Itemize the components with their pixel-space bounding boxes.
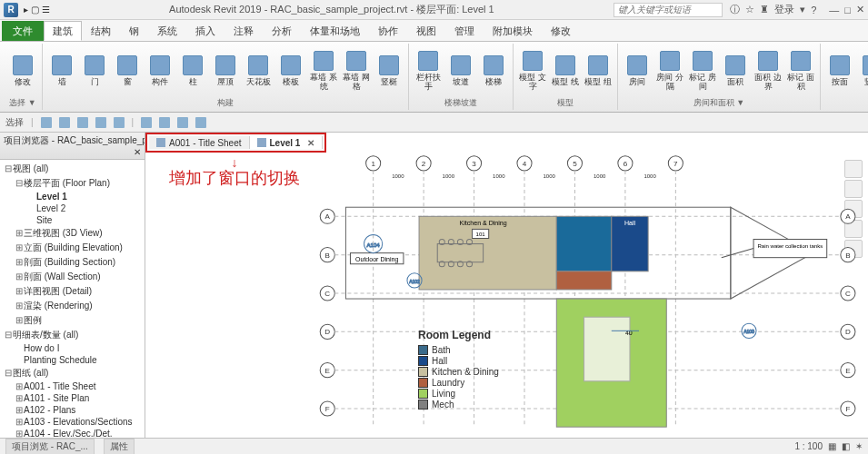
- ribbon-button[interactable]: 修改: [7, 54, 38, 88]
- ribbon-button[interactable]: 按面: [824, 54, 855, 88]
- tree-node[interactable]: ⊞渲染 (Rendering): [2, 299, 143, 313]
- tree-node[interactable]: How do I: [2, 342, 143, 354]
- tree-node[interactable]: ⊟视图 (all): [2, 162, 143, 176]
- ribbon-button[interactable]: 面积: [720, 54, 751, 88]
- drawing-canvas[interactable]: A001 - Title SheetLevel 1✕ ↓ 增加了窗口的切换 11…: [145, 133, 868, 438]
- ribbon-button[interactable]: 房间 分隔: [654, 49, 685, 93]
- ribbon-button[interactable]: 构件: [145, 54, 175, 88]
- tree-node[interactable]: Level 1: [2, 191, 143, 202]
- tool-icon: [418, 51, 438, 71]
- svg-text:E: E: [845, 367, 851, 375]
- login-button[interactable]: 登录: [774, 3, 794, 16]
- svg-text:D: D: [324, 328, 330, 336]
- ribbon-button[interactable]: 墙: [46, 54, 77, 88]
- tree-node[interactable]: Planting Schedule: [2, 354, 143, 366]
- tree-node[interactable]: ⊞立面 (Building Elevation): [2, 241, 143, 255]
- svg-text:1000: 1000: [443, 173, 455, 179]
- ribbon-tab[interactable]: 管理: [445, 21, 484, 41]
- ribbon-button[interactable]: 楼梯: [478, 54, 509, 88]
- svg-text:7: 7: [673, 160, 678, 168]
- view-control-icon[interactable]: ✶: [855, 441, 863, 451]
- ribbon-button[interactable]: 坡道: [445, 54, 476, 88]
- tree-node[interactable]: ⊞三维视图 (3D View): [2, 226, 143, 241]
- file-tab[interactable]: 文件: [2, 21, 44, 41]
- svg-text:A104: A104: [367, 242, 381, 248]
- tool-icon: [484, 55, 504, 75]
- browser-close-icon[interactable]: ✕: [134, 147, 141, 157]
- ribbon-button[interactable]: 楼板: [275, 54, 306, 88]
- svg-text:B: B: [845, 252, 850, 260]
- ribbon-tab[interactable]: 建筑: [44, 21, 82, 41]
- ribbon-button[interactable]: 竖井: [857, 54, 868, 88]
- ribbon-button[interactable]: 屋顶: [210, 54, 241, 88]
- ribbon-tab[interactable]: 体量和场地: [301, 21, 369, 41]
- tool-icon: [555, 55, 575, 75]
- info-icon[interactable]: ⓘ: [730, 3, 740, 16]
- tree-node[interactable]: ⊞A102 - Plans: [2, 404, 143, 416]
- tree-node[interactable]: ⊞剖面 (Building Section): [2, 255, 143, 270]
- ribbon-button[interactable]: 幕墙 系统: [308, 49, 339, 93]
- ribbon-button[interactable]: 模型 线: [550, 54, 581, 88]
- document-tab[interactable]: Level 1✕: [250, 136, 324, 149]
- ribbon-group: 修改选择 ▼: [4, 44, 43, 110]
- ribbon-button[interactable]: 窗: [112, 54, 143, 88]
- tree-node[interactable]: ⊞详图视图 (Detail): [2, 284, 143, 299]
- svg-text:1000: 1000: [493, 173, 505, 179]
- tree-node[interactable]: ⊞A103 - Elevations/Sections: [2, 416, 143, 428]
- tree-node[interactable]: ⊞剖面 (Wall Section): [2, 270, 143, 284]
- tree-node[interactable]: ⊞A104 - Elev./Sec./Det.: [2, 428, 143, 438]
- ribbon-tab[interactable]: 视图: [407, 21, 445, 41]
- tool-icon: [314, 51, 334, 71]
- zoom-level[interactable]: 1 : 100: [794, 441, 823, 451]
- ribbon-group: 房间房间 分隔标记 房间面积面积 边界标记 面积房间和面积 ▼: [618, 44, 821, 110]
- ribbon-button[interactable]: 面积 边界: [753, 49, 783, 93]
- ribbon-button[interactable]: 幕墙 网格: [341, 49, 372, 93]
- ribbon-button[interactable]: 模型 文字: [517, 49, 548, 93]
- search-input[interactable]: [614, 3, 723, 17]
- document-tab[interactable]: A001 - Title Sheet: [149, 136, 250, 149]
- ribbon-button[interactable]: 天花板: [243, 54, 274, 88]
- ribbon-button[interactable]: 标记 面积: [785, 49, 816, 93]
- maximize-button[interactable]: □: [844, 5, 851, 15]
- tree-node[interactable]: Site: [2, 214, 143, 226]
- close-button[interactable]: ✕: [856, 4, 864, 15]
- callout-annotation: ↓ 增加了窗口的切换: [169, 160, 300, 189]
- ribbon-button[interactable]: 竖梃: [374, 54, 404, 88]
- ribbon-tab[interactable]: 分析: [263, 21, 301, 41]
- status-tab-browser[interactable]: 项目浏览 - RAC_...: [5, 439, 95, 455]
- ribbon-tab[interactable]: 系统: [148, 21, 186, 41]
- tree-node[interactable]: ⊞A101 - Site Plan: [2, 392, 143, 404]
- tree-node[interactable]: ⊟楼层平面 (Floor Plan): [2, 176, 143, 191]
- tree-node[interactable]: ⊞A001 - Title Sheet: [2, 380, 143, 392]
- view-control-icon[interactable]: ▦: [828, 441, 836, 451]
- browser-tree[interactable]: ⊟视图 (all)⊟楼层平面 (Floor Plan)Level 1Level …: [0, 160, 145, 438]
- tree-node[interactable]: ⊟明细表/数量 (all): [2, 328, 143, 342]
- star-icon[interactable]: ☆: [745, 4, 754, 15]
- ribbon-button[interactable]: 模型 组: [583, 54, 614, 88]
- tree-node[interactable]: ⊟图纸 (all): [2, 366, 143, 380]
- ribbon-tab[interactable]: 协作: [369, 21, 407, 41]
- view-control-icon[interactable]: ◧: [842, 441, 850, 451]
- help-icon[interactable]: ?: [811, 5, 816, 15]
- document-tabs: A001 - Title SheetLevel 1✕: [145, 133, 326, 153]
- ribbon-button[interactable]: 栏杆扶手: [413, 49, 444, 93]
- ribbon-button[interactable]: 柱: [177, 54, 208, 88]
- status-tab-properties[interactable]: 属性: [104, 439, 135, 455]
- user-icon[interactable]: ♜: [760, 4, 769, 15]
- tree-node[interactable]: ⊞图例: [2, 313, 143, 328]
- minimize-button[interactable]: —: [829, 5, 839, 15]
- ribbon-tab[interactable]: 钢: [120, 21, 148, 41]
- ribbon-button[interactable]: 门: [79, 54, 110, 88]
- ribbon-button[interactable]: 房间: [622, 54, 653, 88]
- ribbon-tab[interactable]: 插入: [186, 21, 224, 41]
- tool-icon: [830, 55, 850, 75]
- tab-close-icon[interactable]: ✕: [307, 138, 314, 148]
- ribbon-tab[interactable]: 修改: [542, 21, 580, 41]
- ribbon-button[interactable]: 标记 房间: [687, 49, 718, 93]
- tree-node[interactable]: Level 2: [2, 202, 143, 214]
- ribbon-tab[interactable]: 结构: [82, 21, 120, 41]
- ribbon-tab[interactable]: 附加模块: [484, 21, 542, 41]
- ribbon-tab[interactable]: 注释: [224, 21, 263, 41]
- floor-plan-view[interactable]: 1100021000310004100051000610007 AABBCCDD…: [300, 151, 859, 438]
- svg-rect-59: [419, 216, 556, 290]
